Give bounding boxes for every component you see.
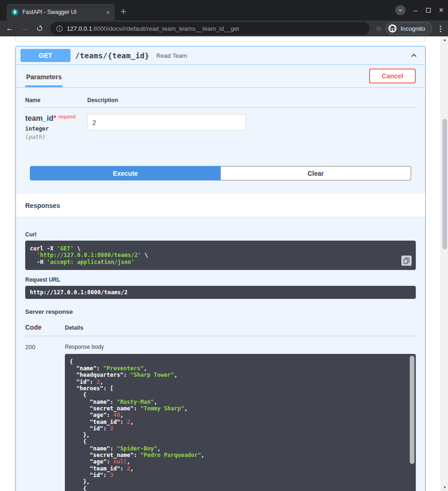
parameters-bar: Parameters Cancel	[16, 65, 425, 88]
url-text[interactable]: 127.0.0.1:8000/docs#/default/read_team_t…	[67, 25, 239, 32]
opblock-get-team: GET /teams/{team_id} Read Team Parameter…	[15, 46, 426, 491]
responses-content: Curl curl -X 'GET' \ 'http://127.0.0.1:8…	[16, 217, 425, 491]
tab-title: FastAPI - Swagger UI	[22, 9, 102, 15]
scrollbar-up-icon[interactable]: ▲	[441, 38, 448, 42]
required-label: required	[58, 114, 76, 119]
response-scrollbar-thumb[interactable]	[410, 356, 414, 464]
browser-window: FastAPI - Swagger UI × + – × ← → 127.0.0…	[0, 0, 448, 491]
status-code: 200	[25, 344, 65, 491]
column-details: Details	[65, 325, 416, 331]
response-details-cell: Response body { "name": "Preventers", "h…	[65, 344, 416, 491]
parameter-meta: team_id* required integer (path)	[25, 114, 87, 140]
required-star: *	[53, 114, 56, 122]
column-description: Description	[87, 97, 416, 104]
collapse-chevron-icon[interactable]	[410, 52, 418, 59]
incognito-badge: Incognito	[385, 22, 432, 35]
window-controls: – ×	[395, 0, 443, 21]
parameters-table-header: Name Description	[25, 97, 416, 108]
column-code: Code	[25, 324, 65, 331]
tab-strip: FastAPI - Swagger UI × + – ×	[0, 0, 448, 21]
tab-search-icon[interactable]	[395, 5, 406, 15]
response-body-block[interactable]: { "name": "Preventers", "headquarters": …	[65, 354, 416, 491]
scrollbar-down-icon[interactable]: ▼	[441, 485, 448, 490]
page-scrollbar[interactable]: ▲ ▼	[441, 36, 448, 491]
responses-heading: Responses	[16, 194, 425, 217]
response-table-header: Code Details	[25, 324, 416, 336]
opblock-summary[interactable]: GET /teams/{team_id} Read Team	[16, 47, 425, 65]
forward-icon[interactable]: →	[19, 22, 31, 35]
execute-button[interactable]: Execute	[30, 166, 221, 180]
swagger-page: GET /teams/{team_id} Read Team Parameter…	[0, 36, 448, 491]
curl-command-block: curl -X 'GET' \ 'http://127.0.0.1:8000/t…	[25, 241, 416, 270]
previous-section-edge	[15, 36, 426, 42]
reload-icon[interactable]	[34, 22, 46, 35]
curl-label: Curl	[25, 231, 416, 238]
address-bar[interactable]: 127.0.0.1:8000/docs#/default/read_team_t…	[50, 22, 370, 35]
parameter-location: (path)	[25, 134, 87, 140]
maximize-icon[interactable]	[426, 6, 431, 14]
request-url-label: Request URL	[25, 277, 416, 283]
browser-menu-icon[interactable]: ⋮	[437, 24, 444, 33]
new-tab-icon[interactable]: +	[120, 7, 126, 17]
operation-summary: Read Team	[156, 52, 187, 59]
execute-row: Execute Clear	[30, 166, 411, 180]
parameter-value-cell	[87, 114, 416, 140]
minimize-icon[interactable]: –	[414, 7, 418, 14]
curl-wrap: curl -X 'GET' \ 'http://127.0.0.1:8000/t…	[25, 241, 416, 270]
cancel-button[interactable]: Cancel	[369, 69, 416, 83]
response-body-label: Response body	[65, 344, 416, 350]
incognito-label: Incognito	[400, 25, 425, 32]
bookmark-star-icon[interactable]: ☆	[375, 24, 382, 33]
copy-to-clipboard-icon[interactable]	[401, 256, 412, 266]
parameter-type: integer	[25, 125, 87, 132]
request-url-value: http://127.0.0.1:8000/teams/2	[25, 286, 416, 299]
server-response-label: Server response	[25, 308, 416, 315]
tab-parameters[interactable]: Parameters	[25, 66, 63, 87]
parameter-name: team_id* required	[25, 114, 87, 123]
browser-tab[interactable]: FastAPI - Swagger UI ×	[7, 4, 115, 21]
incognito-spy-icon	[388, 24, 397, 33]
parameters-table: Name Description team_id* required integ…	[16, 88, 425, 140]
response-body-wrap: { "name": "Preventers", "headquarters": …	[65, 354, 416, 491]
operation-path: /teams/{team_id}	[75, 51, 149, 60]
tab-close-icon[interactable]: ×	[106, 9, 110, 16]
window-close-icon[interactable]: ×	[439, 7, 443, 14]
fastapi-favicon-icon	[11, 8, 19, 16]
navigation-bar: ← → 127.0.0.1:8000/docs#/default/read_te…	[0, 21, 448, 36]
column-name: Name	[25, 97, 87, 104]
page-content: GET /teams/{team_id} Read Team Parameter…	[0, 36, 441, 491]
response-row: 200 Response body { "name": "Preventers"…	[25, 336, 416, 491]
back-icon[interactable]: ←	[4, 22, 16, 35]
http-method-badge: GET	[21, 49, 70, 62]
team-id-input[interactable]	[87, 114, 246, 131]
page-info-icon[interactable]	[56, 25, 63, 32]
page-scrollbar-thumb[interactable]	[442, 119, 447, 249]
parameter-row: team_id* required integer (path)	[25, 108, 416, 140]
clear-button[interactable]: Clear	[221, 166, 411, 180]
